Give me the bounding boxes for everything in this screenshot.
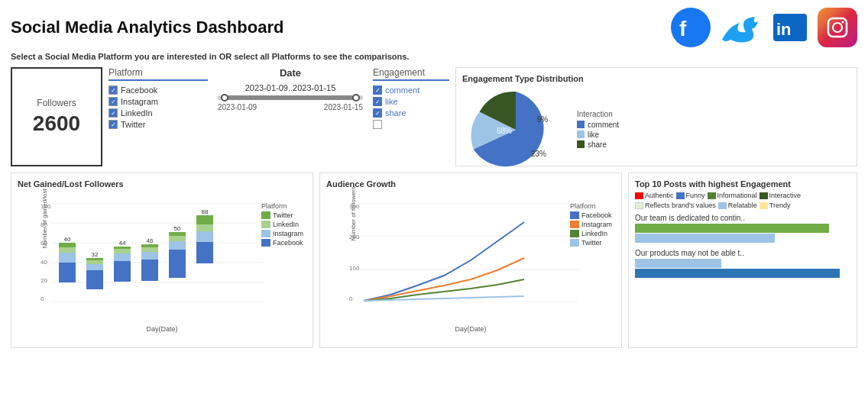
pie-legend: Interaction comment like share: [577, 110, 619, 150]
svg-text:in: in: [776, 20, 792, 39]
svg-text:32: 32: [92, 251, 99, 258]
date-section: Date 2023-01-09..2023-01-15 2023-01-09 2…: [214, 67, 367, 166]
engagement-section: Engagement ✓ comment ✓ like ✓ share: [373, 67, 449, 166]
post-bar-2b: [635, 269, 840, 278]
followers-label: Followers: [37, 98, 76, 108]
bar-chart-box: Net Gained/Lost Followers Number of gain…: [11, 173, 313, 348]
svg-point-5: [842, 21, 844, 24]
cb-like[interactable]: ✓: [373, 97, 382, 106]
svg-rect-21: [86, 264, 103, 270]
legend-like: like: [577, 131, 619, 139]
followers-value: 2600: [33, 111, 80, 136]
engagement-title: Engagement: [373, 67, 449, 81]
post-bar-2a: [635, 259, 721, 268]
facebook-icon[interactable]: f: [671, 8, 711, 47]
svg-rect-16: [59, 253, 76, 263]
checkbox-linkedin[interactable]: ✓: [108, 108, 118, 118]
page-subtitle: Select a Social Media Platform you are i…: [11, 52, 857, 61]
svg-rect-38: [169, 232, 186, 236]
post-row-2: Our products may not be able t..: [635, 249, 850, 278]
svg-text:46: 46: [147, 237, 154, 244]
legend-share: share: [577, 140, 619, 149]
svg-rect-22: [86, 260, 103, 264]
date-start: 2023-01-09: [218, 103, 257, 111]
bar-y-ticks: 100806040200: [40, 203, 50, 302]
svg-rect-28: [114, 247, 131, 249]
date-range-slider[interactable]: [218, 95, 363, 100]
svg-rect-30: [141, 260, 158, 281]
post-bar-1a: [635, 224, 829, 233]
svg-rect-41: [196, 231, 213, 242]
bar-x-axis-label: Day(Date): [146, 325, 177, 333]
platform-title: Platform: [108, 67, 208, 81]
svg-rect-20: [86, 270, 103, 289]
platform-instagram[interactable]: ✓ Instagram: [108, 97, 208, 106]
svg-rect-15: [59, 263, 76, 282]
linkedin-icon[interactable]: in: [770, 11, 810, 44]
svg-rect-32: [141, 247, 158, 252]
svg-text:68%: 68%: [497, 127, 512, 135]
line-chart-box: Audience Growth Number of followers 3002…: [319, 173, 622, 348]
svg-text:40: 40: [64, 236, 71, 243]
cb-empty[interactable]: [373, 120, 382, 129]
svg-rect-23: [86, 258, 103, 260]
line-legend: Platform Facebook Instagram LinkedIn Twi…: [570, 202, 612, 248]
twitter-icon[interactable]: [718, 11, 763, 44]
svg-rect-25: [114, 261, 131, 282]
top-posts-box: Top 10 Posts with highest Engagement Aut…: [628, 173, 857, 348]
cb-share[interactable]: ✓: [373, 108, 382, 118]
post-bar-1b: [635, 234, 775, 243]
bar-chart-title: Net Gained/Lost Followers: [18, 179, 306, 189]
svg-rect-26: [114, 253, 131, 261]
engagement-like[interactable]: ✓ like: [373, 97, 449, 106]
pie-chart-section: Engagement Type Distribution 68% 9% 23%: [455, 67, 857, 166]
line-y-ticks: 3002001000: [349, 203, 359, 302]
pie-title: Engagement Type Distribution: [462, 74, 850, 83]
bar-legend: Platform Twitter LinkedIn Instagram Face…: [261, 202, 303, 248]
posts-legend: Authentic Funny Informational Interactiv…: [635, 192, 850, 209]
engagement-comment[interactable]: ✓ comment: [373, 85, 449, 95]
svg-rect-31: [141, 252, 158, 260]
platform-linkedin[interactable]: ✓ LinkedIn: [108, 108, 208, 118]
svg-text:50: 50: [174, 225, 181, 232]
svg-rect-37: [169, 236, 186, 241]
svg-rect-36: [169, 241, 186, 250]
svg-text:f: f: [679, 17, 687, 39]
line-chart-svg: 2023-01-09 01-10 01-11 01-12 01-13 01-14…: [360, 203, 580, 302]
date-title: Date: [280, 67, 301, 79]
svg-text:88: 88: [202, 208, 209, 215]
top-posts-title: Top 10 Posts with highest Engagement: [635, 179, 850, 189]
checkbox-facebook[interactable]: ✓: [108, 85, 118, 95]
instagram-icon[interactable]: [818, 8, 857, 47]
svg-rect-42: [196, 224, 213, 231]
engagement-empty[interactable]: [373, 120, 449, 129]
followers-box: Followers 2600: [11, 67, 102, 166]
platform-facebook[interactable]: ✓ Facebook: [108, 85, 208, 95]
svg-rect-27: [114, 249, 131, 253]
svg-rect-18: [59, 243, 76, 247]
checkbox-instagram[interactable]: ✓: [108, 97, 118, 106]
pie-chart: 68% 9% 23%: [462, 88, 569, 172]
bar-chart-svg: 40 32: [51, 203, 264, 302]
post-row-1: Our team is dedicated to contin..: [635, 214, 850, 243]
svg-rect-43: [196, 215, 213, 224]
page-title: Social Media Analytics Dashboard: [11, 18, 283, 37]
engagement-share[interactable]: ✓ share: [373, 108, 449, 118]
svg-text:23%: 23%: [531, 150, 546, 158]
svg-rect-40: [196, 242, 213, 263]
platform-twitter[interactable]: ✓ Twitter: [108, 120, 208, 129]
platform-section: Platform ✓ Facebook ✓ Instagram ✓ Linked…: [108, 67, 208, 166]
cb-comment[interactable]: ✓: [373, 85, 382, 95]
svg-point-4: [833, 23, 842, 32]
checkbox-twitter[interactable]: ✓: [108, 120, 118, 129]
svg-rect-17: [59, 247, 76, 253]
legend-comment: comment: [577, 121, 619, 129]
post-label-2: Our products may not be able t..: [635, 249, 850, 257]
svg-text:9%: 9%: [537, 115, 549, 124]
post-label-1: Our team is dedicated to contin..: [635, 214, 850, 222]
svg-rect-35: [169, 250, 186, 278]
svg-rect-3: [828, 18, 847, 37]
line-chart-title: Audience Growth: [326, 179, 615, 189]
date-end: 2023-01-15: [324, 103, 363, 111]
line-x-label: Day(Date): [455, 325, 486, 333]
